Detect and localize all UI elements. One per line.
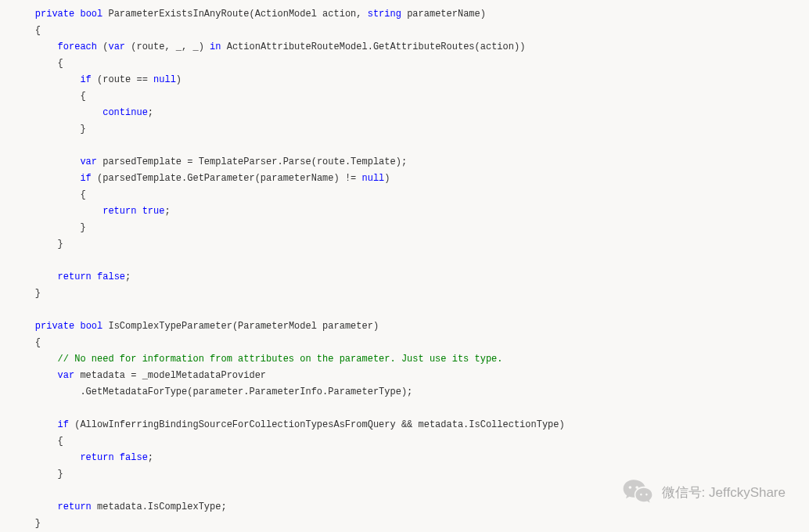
code-token: var (108, 41, 125, 52)
code-token: } (80, 222, 85, 233)
wechat-icon (621, 476, 654, 509)
code-token: parsedTemplate = TemplateParser.Parse(ro… (97, 156, 407, 167)
code-token: if (80, 74, 91, 85)
code-token (92, 271, 97, 282)
code-token: if (80, 173, 91, 184)
code-token: (route == (92, 74, 153, 85)
code-line: var parsedTemplate = TemplateParser.Pars… (13, 154, 796, 171)
code-line: // No need for information from attribut… (13, 351, 796, 368)
code-token: { (35, 25, 41, 36)
code-token: { (58, 58, 63, 69)
code-token: IsComplexTypeParameter(ParameterModel pa… (102, 321, 379, 332)
code-line: { (13, 88, 796, 105)
code-line: return true; (13, 203, 796, 220)
code-token: return (58, 271, 92, 282)
code-token: false (97, 271, 125, 282)
code-token: { (80, 189, 85, 200)
code-token: true (142, 206, 165, 217)
code-token: continue (102, 107, 148, 118)
code-token: if (58, 419, 69, 430)
code-token (114, 452, 120, 463)
code-token: .GetMetadataForType(parameter.ParameterI… (80, 386, 412, 397)
code-line: { (13, 23, 796, 39)
code-token: } (58, 239, 63, 250)
code-token: (route, _, _) (125, 41, 210, 52)
code-token: } (35, 518, 41, 529)
code-token: ; (148, 452, 153, 463)
code-line: if (route == null) (13, 72, 796, 88)
code-line: if (parsedTemplate.GetParameter(paramete… (13, 171, 796, 187)
watermark: 微信号: JeffckyShare (621, 476, 786, 509)
code-token: ; (125, 271, 131, 282)
code-line: { (13, 187, 796, 203)
code-token: } (58, 469, 63, 480)
code-token (136, 206, 142, 217)
code-line: { (13, 433, 796, 450)
code-line: { (13, 335, 796, 351)
code-token: } (80, 124, 85, 135)
code-token: return (58, 501, 92, 512)
code-line: } (13, 286, 796, 302)
code-token: { (58, 436, 63, 447)
code-token: var (80, 156, 97, 167)
watermark-text: 微信号: JeffckyShare (662, 484, 786, 501)
code-token: ActionAttributeRouteModel.GetAttributeRo… (221, 41, 525, 52)
code-token: private (35, 321, 74, 332)
code-line (13, 302, 796, 318)
code-line: private bool ParameterExistsInAnyRoute(A… (13, 6, 796, 23)
code-line: return false; (13, 269, 796, 286)
code-token: metadata = _modelMetadataProvider (74, 370, 266, 381)
code-token: parameterName) (401, 9, 486, 20)
code-line: } (13, 121, 796, 138)
code-token: { (35, 337, 41, 348)
code-token: return (80, 452, 113, 463)
code-line: foreach (var (route, _, _) in ActionAttr… (13, 39, 796, 56)
code-token: ) (176, 74, 182, 85)
code-line: continue; (13, 105, 796, 121)
code-token: return (102, 206, 136, 217)
code-token: ( (97, 41, 108, 52)
code-block: private bool ParameterExistsInAnyRoute(A… (13, 6, 796, 532)
code-token: var (58, 370, 75, 381)
code-token: metadata.IsComplexType; (92, 501, 227, 512)
code-token: private (35, 9, 74, 20)
code-line (13, 253, 796, 269)
code-token: null (361, 173, 384, 184)
code-line: { (13, 56, 796, 72)
code-token: (AllowInferringBindingSourceForCollectio… (69, 419, 565, 430)
code-token: ; (164, 206, 170, 217)
code-token: { (80, 91, 85, 102)
code-line: .GetMetadataForType(parameter.ParameterI… (13, 384, 796, 401)
code-token: string (368, 9, 401, 20)
code-token: null (153, 74, 176, 85)
code-token: // No need for information from attribut… (58, 354, 503, 365)
code-token: ) (384, 173, 390, 184)
code-token: (parsedTemplate.GetParameter(parameterNa… (92, 173, 362, 184)
code-line: } (13, 220, 796, 236)
code-line: } (13, 236, 796, 253)
code-line: return false; (13, 450, 796, 466)
code-token: ; (148, 107, 153, 118)
code-token: foreach (58, 41, 97, 52)
code-line: var metadata = _modelMetadataProvider (13, 368, 796, 384)
code-line (13, 401, 796, 417)
code-token: in (210, 41, 221, 52)
code-line: private bool IsComplexTypeParameter(Para… (13, 318, 796, 335)
code-line: if (AllowInferringBindingSourceForCollec… (13, 417, 796, 433)
code-token: } (35, 288, 41, 299)
code-token: ParameterExistsInAnyRoute(ActionModel ac… (102, 9, 367, 20)
code-token: bool (80, 321, 102, 332)
code-line (13, 138, 796, 154)
code-token: bool (80, 9, 102, 20)
code-line: } (13, 516, 796, 532)
code-token: false (120, 452, 148, 463)
